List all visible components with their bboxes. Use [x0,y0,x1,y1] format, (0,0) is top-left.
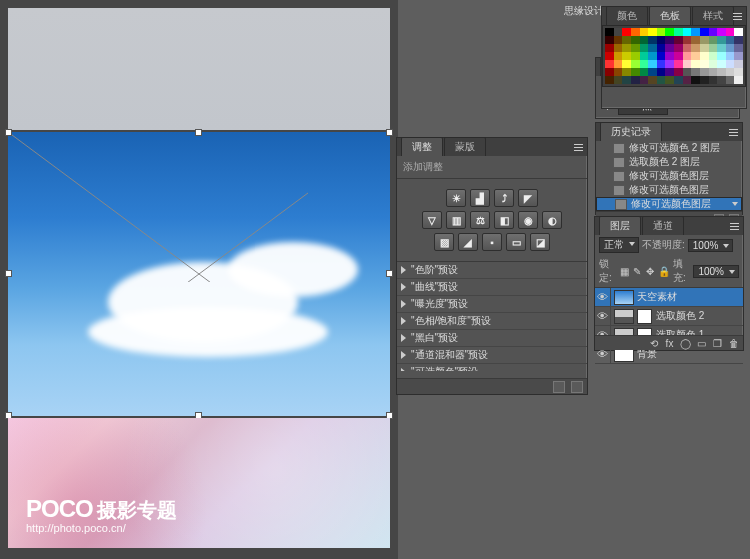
layer-thumbnail[interactable] [614,309,634,324]
color-swatch[interactable] [665,60,674,68]
color-swatch[interactable] [648,52,657,60]
color-swatch[interactable] [640,36,649,44]
color-swatch[interactable] [605,52,614,60]
history-item[interactable]: 修改可选颜色图层 [596,183,742,197]
color-swatch[interactable] [665,76,674,84]
color-swatch[interactable] [683,60,692,68]
color-swatch[interactable] [674,68,683,76]
brightness-contrast-icon[interactable]: ☀ [446,189,466,207]
color-swatch[interactable] [726,60,735,68]
color-swatch[interactable] [657,36,666,44]
tab-adjustments[interactable]: 调整 [401,137,443,156]
color-swatch[interactable] [717,68,726,76]
color-swatch[interactable] [683,28,692,36]
color-swatch[interactable] [622,60,631,68]
color-swatch[interactable] [717,52,726,60]
color-swatch[interactable] [614,44,623,52]
color-swatch[interactable] [674,52,683,60]
history-item[interactable]: 选取颜色 2 图层 [596,155,742,169]
color-swatch[interactable] [614,60,623,68]
color-swatch[interactable] [631,44,640,52]
color-swatch[interactable] [631,68,640,76]
color-swatch[interactable] [700,52,709,60]
color-swatch[interactable] [709,36,718,44]
layer-mask-icon[interactable]: ◯ [679,337,692,350]
preset-item[interactable]: "黑白"预设 [397,330,587,347]
color-swatch[interactable] [709,68,718,76]
channel-mixer-icon[interactable]: ◐ [542,211,562,229]
color-swatch[interactable] [734,28,743,36]
hue-sat-icon[interactable]: ▥ [446,211,466,229]
color-swatch[interactable] [717,44,726,52]
color-swatch[interactable] [605,76,614,84]
color-swatch[interactable] [631,36,640,44]
color-swatch[interactable] [709,44,718,52]
color-swatch[interactable] [622,68,631,76]
lock-all-icon[interactable]: 🔒 [658,265,670,278]
color-swatch[interactable] [691,76,700,84]
color-swatch[interactable] [674,28,683,36]
color-swatch[interactable] [631,60,640,68]
tab-swatches[interactable]: 色板 [649,6,691,25]
document-top-section[interactable] [8,8,390,130]
color-swatch[interactable] [640,76,649,84]
color-swatch[interactable] [622,36,631,44]
blend-mode-select[interactable]: 正常 [599,237,639,253]
color-swatch[interactable] [631,76,640,84]
tab-styles[interactable]: 样式 [692,6,734,25]
color-swatch[interactable] [700,44,709,52]
color-swatch[interactable] [683,36,692,44]
curves-icon[interactable]: ⤴ [494,189,514,207]
invert-icon[interactable]: ▨ [434,233,454,251]
color-swatch[interactable] [657,28,666,36]
color-swatch[interactable] [683,44,692,52]
panel-menu-icon[interactable] [571,140,585,154]
transform-handle[interactable] [5,129,12,136]
color-swatch[interactable] [674,36,683,44]
visibility-eye-icon[interactable]: 👁 [595,307,611,325]
color-swatch[interactable] [691,36,700,44]
color-swatch[interactable] [717,28,726,36]
color-swatch[interactable] [674,76,683,84]
color-swatch[interactable] [709,28,718,36]
color-swatch[interactable] [665,28,674,36]
selective-color-icon[interactable]: ◪ [530,233,550,251]
color-swatch[interactable] [734,44,743,52]
preset-item[interactable]: "色相/饱和度"预设 [397,313,587,330]
color-swatch[interactable] [691,28,700,36]
history-item[interactable]: 修改可选颜色图层 [596,169,742,183]
layer-row[interactable]: 👁天空素材 [595,288,743,307]
preset-item[interactable]: "可选颜色"预设 [397,364,587,371]
color-swatch[interactable] [648,36,657,44]
footer-icon[interactable] [553,381,565,393]
color-swatch[interactable] [665,44,674,52]
tab-masks[interactable]: 蒙版 [444,137,486,156]
color-swatch[interactable] [614,68,623,76]
trash-icon[interactable] [571,381,583,393]
tab-channels[interactable]: 通道 [642,216,684,235]
color-swatch[interactable] [717,36,726,44]
color-swatch[interactable] [674,44,683,52]
color-swatch[interactable] [648,44,657,52]
preset-item[interactable]: "色阶"预设 [397,262,587,279]
color-swatch[interactable] [734,60,743,68]
new-layer-icon[interactable]: ❐ [711,337,724,350]
transform-handle[interactable] [386,270,393,277]
color-swatch[interactable] [605,44,614,52]
color-swatch[interactable] [674,60,683,68]
lock-transparency-icon[interactable]: ▦ [619,265,629,278]
black-white-icon[interactable]: ◧ [494,211,514,229]
color-swatch[interactable] [614,52,623,60]
preset-item[interactable]: "曲线"预设 [397,279,587,296]
color-swatch[interactable] [691,68,700,76]
color-swatch[interactable] [700,68,709,76]
color-swatch[interactable] [614,36,623,44]
threshold-icon[interactable]: ▪ [482,233,502,251]
color-swatch[interactable] [700,76,709,84]
color-swatch[interactable] [640,28,649,36]
document-bottom-photo[interactable]: POCO摄影专题 http://photo.poco.cn/ [8,418,390,548]
color-swatch[interactable] [726,36,735,44]
color-swatch[interactable] [683,76,692,84]
color-swatch[interactable] [726,76,735,84]
color-swatch[interactable] [622,52,631,60]
